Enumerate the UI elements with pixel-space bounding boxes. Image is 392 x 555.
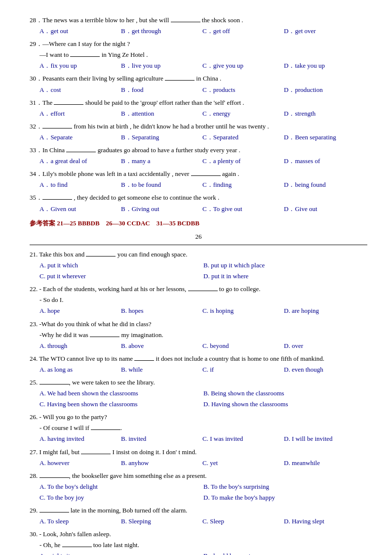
question-29-text: 29．—Where can I stay for the night ?	[30, 39, 367, 49]
q-subtext: - So do I.	[39, 295, 63, 305]
option-a: A. might sit up	[39, 551, 203, 555]
q-number: 25. , we were taken to see the library.	[30, 377, 155, 388]
question-32-options: A．Separate B．Separating C．Separated D．Be…	[39, 132, 367, 143]
question-32-top: 32． from his twin at birth , he didn't k…	[30, 121, 367, 143]
option-c: C．Separated	[202, 132, 281, 143]
question-34-options: A．to find B．to be found C．finding D．bein…	[39, 179, 367, 190]
option-b: B. should have sat up	[203, 551, 367, 555]
question-28b-text: 28. , the bookseller gave him something …	[30, 470, 367, 481]
page-section-1: 28．The news was a terrible blow to her ,…	[30, 15, 367, 555]
option-c: C. if	[202, 364, 281, 375]
option-b: B．Separating	[121, 132, 200, 143]
question-30-text: 30．Peasants earn their living by selling…	[30, 73, 367, 84]
option-a: A. through	[39, 341, 118, 351]
option-c: C. beyond	[202, 341, 281, 351]
option-d: D. are hoping	[284, 305, 363, 316]
q-number: 34．Lily's mobile phone was left in a tax…	[30, 169, 239, 179]
question-26-bottom: 26. - Will you go to the party? - Of cou…	[30, 412, 367, 444]
question-23-bottom: 23. -What do you think of what he did in…	[30, 319, 367, 351]
option-b: B．Giving out	[121, 204, 200, 214]
q-number: 32． from his twin at birth , he didn't k…	[30, 121, 269, 132]
question-34-top: 34．Lily's mobile phone was left in a tax…	[30, 169, 367, 190]
q-number: 33．In China graduates go abroad to have …	[30, 145, 240, 156]
option-a: A. having invited	[39, 433, 118, 444]
option-d: D．strength	[284, 108, 363, 119]
page-num-text: 26	[196, 233, 202, 240]
option-b: B. invited	[121, 433, 200, 444]
q-number: 28．The news was a terrible blow to her ,…	[30, 15, 243, 26]
question-23-subtext: -Why he did it was my imagination.	[39, 330, 367, 341]
option-b: B. anyhow	[121, 458, 200, 469]
question-30-top: 30．Peasants earn their living by selling…	[30, 73, 367, 95]
question-33-top: 33．In China graduates go abroad to have …	[30, 145, 367, 167]
q-number: 26. - Will you go to the party?	[30, 412, 107, 423]
option-a: A. We had been shown the classrooms	[39, 388, 203, 399]
q-number: 24. The WTO cannot live up to its name i…	[30, 353, 324, 364]
option-c: C．give you up	[202, 60, 281, 71]
option-c: C．To give out	[202, 204, 281, 214]
option-a: A．get out	[39, 26, 118, 37]
question-26-subtext: - Of course I will if .	[39, 423, 367, 433]
question-22-options: A. hope B. hopes C. is hoping D. are hop…	[39, 305, 367, 316]
option-c: C. put it wherever	[39, 271, 203, 282]
question-25-text: 25. , we were taken to see the library.	[30, 377, 367, 388]
q-number: 30．Peasants earn their living by selling…	[30, 73, 221, 84]
option-d: D. Having shown the classrooms	[203, 399, 367, 410]
option-a: A．effort	[39, 108, 118, 119]
option-a: A．a great deal of	[39, 156, 118, 167]
option-c: C. To the boy joy	[39, 492, 203, 503]
option-b: B. Sleeping	[121, 516, 200, 527]
question-27-bottom: 27. I might fail, but I insist on doing …	[30, 447, 367, 469]
question-24-options: A. as long as B. while C. if D. even tho…	[39, 364, 367, 375]
page-number-1: 26	[30, 233, 367, 241]
option-b: B. put up it which place	[203, 260, 367, 271]
question-35-text: 35． , they decided to get someone else t…	[30, 192, 367, 203]
option-c: C. Having been shown the classrooms	[39, 399, 203, 410]
question-33-text: 33．In China graduates go abroad to have …	[30, 145, 367, 156]
option-d: D．get over	[284, 26, 363, 37]
answers-text: 参考答案 21—25 BBBDB 26—30 CCDAC 31—35 BCDBB	[30, 219, 199, 227]
question-21-options: A. put it which B. put up it which place…	[39, 260, 367, 282]
q-subtext: —I want to in Ying Ze Hotel .	[39, 49, 148, 60]
option-d: D. over	[284, 341, 363, 351]
question-35-options: A．Given out B．Giving out C．To give out D…	[39, 204, 367, 214]
q-number: 27. I might fail, but I insist on doing …	[30, 447, 196, 458]
question-30b-subtext: - Oh, he too late last night.	[39, 540, 367, 551]
question-23-options: A. through B. above C. beyond D. over	[39, 341, 367, 351]
question-24-text: 24. The WTO cannot live up to its name i…	[30, 353, 367, 364]
option-d: D. put it in where	[203, 271, 367, 282]
option-c: C．get off	[202, 26, 281, 37]
option-a: A．to find	[39, 179, 118, 190]
question-24-bottom: 24. The WTO cannot live up to its name i…	[30, 353, 367, 375]
question-35-top: 35． , they decided to get someone else t…	[30, 192, 367, 214]
question-28-options: A．get out B．get through C．get off D．get …	[39, 26, 367, 37]
option-c: C. I was invited	[202, 433, 281, 444]
option-d: D. I will be invited	[284, 433, 363, 444]
option-a: A. To sleep	[39, 516, 118, 527]
question-28-bottom: 28. , the bookseller gave him something …	[30, 470, 367, 503]
q-subtext: - Oh, he too late last night.	[39, 540, 139, 551]
option-c: C. Sleep	[202, 516, 281, 527]
option-d: D．Give out	[284, 204, 363, 214]
question-21-bottom: 21. Take this box and you can find enoug…	[30, 249, 367, 282]
question-30b-text: 30. - Look, John's fallen asleep.	[30, 529, 367, 540]
option-d: D．Been separating	[284, 132, 363, 143]
question-32-text: 32． from his twin at birth , he didn't k…	[30, 121, 367, 132]
question-29-bottom: 29. late in the morning, Bob turned off …	[30, 505, 367, 527]
option-a: A．Given out	[39, 204, 118, 214]
option-b: B. hopes	[121, 305, 200, 316]
option-c: C．products	[202, 85, 281, 95]
q-number: 35． , they decided to get someone else t…	[30, 192, 219, 203]
option-d: D. meanwhile	[284, 458, 363, 469]
option-b: B．many a	[121, 156, 200, 167]
option-b: B．food	[121, 85, 200, 95]
q-number: 30. - Look, John's fallen asleep.	[30, 529, 111, 540]
question-22-subtext: - So do I.	[39, 295, 367, 305]
option-a: A. put it which	[39, 260, 203, 271]
option-a: A．Separate	[39, 132, 118, 143]
question-30-options: A．cost B．food C．products D．production	[39, 85, 367, 95]
question-21-text: 21. Take this box and you can find enoug…	[30, 249, 367, 260]
q-number: 31．The should be paid to the 'group' eff…	[30, 97, 244, 108]
q-number: 29. late in the morning, Bob turned off …	[30, 505, 187, 516]
q-number: 23. -What do you think of what he did in…	[30, 319, 152, 330]
